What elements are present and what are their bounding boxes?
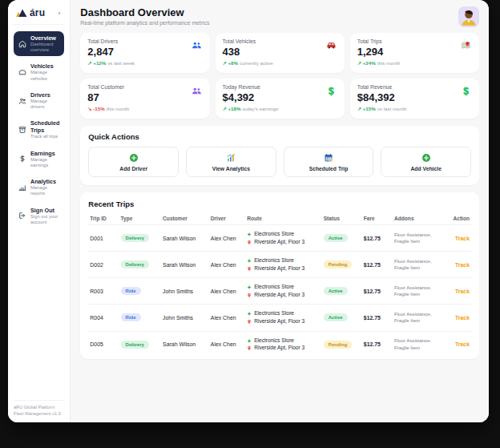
stat-label: Total Trips	[357, 38, 472, 44]
nav-label: Sign Out	[30, 207, 59, 214]
sidebar-item-scheduled-trips[interactable]: Scheduled Trips Track all trips	[14, 116, 64, 143]
nav-label: Overview	[30, 34, 59, 42]
track-link[interactable]: Track	[455, 315, 470, 321]
view-analytics-button[interactable]: View Analytics	[186, 147, 276, 177]
stat-trend: ↗ +12%	[87, 60, 106, 66]
addons-cell: Floor Assistance, Fragile Item	[393, 278, 448, 305]
trip-id-cell: D001	[88, 225, 119, 252]
stat-value: 87	[87, 91, 202, 103]
fare-cell: $12.75	[362, 225, 393, 252]
red-car-icon	[325, 40, 337, 50]
table-row: R004 Ride John Smiths Alex Chen Electron…	[88, 305, 471, 331]
nav-sublabel: Manage earnings	[30, 157, 59, 168]
type-badge: Delivery	[121, 341, 149, 349]
stat-label: Total Customer	[87, 84, 202, 90]
logo-text: áru	[30, 7, 45, 18]
logout-icon	[18, 212, 26, 220]
fare-cell: $12.75	[362, 331, 393, 357]
sidebar-footer-line2: Fleet Management v1.0	[14, 411, 64, 418]
nav-label: Vehicles	[30, 63, 59, 70]
quick-actions-panel: Quick Actions Add Driver View Analytics …	[80, 126, 479, 185]
route-from: Electronics Store	[254, 257, 294, 264]
table-row: D001 Delivery Sarah Wilson Alex Chen Ele…	[88, 225, 471, 252]
drivers-group-icon	[191, 40, 203, 50]
stat-card-total-revenue: Total Revenue $84,392 ↗ +15%vs last mont…	[350, 79, 479, 119]
col-fare: Fare	[362, 212, 393, 225]
qa-button-label: Add Driver	[119, 166, 147, 172]
add-vehicle-button[interactable]: Add Vehicle	[381, 147, 471, 177]
sidebar: áru ‹ Overview Dashboard overview Vehicl…	[8, 0, 71, 422]
route-end-pin-icon	[247, 293, 252, 298]
stat-label: Total Revenue	[357, 84, 472, 90]
nav-sublabel: Manage reports	[30, 185, 59, 196]
route-cell: Electronics Store Riverside Apt, Floor 3	[245, 331, 322, 357]
track-link[interactable]: Track	[455, 236, 470, 241]
status-badge: Pending	[324, 341, 353, 349]
stat-card-total-customer: Total Customer 87 ↘ -15%this month	[80, 79, 209, 119]
home-icon	[18, 40, 26, 48]
sidebar-item-sign-out[interactable]: Sign Out Sign out your account	[14, 204, 64, 228]
sidebar-item-analytics[interactable]: Analytics Manage reports	[14, 175, 64, 200]
customer-cell: John Smiths	[161, 278, 209, 305]
track-link[interactable]: Track	[455, 341, 470, 347]
stat-value: $84,392	[357, 91, 472, 103]
recent-trips-table: Trip ID Type Customer Driver Route Statu…	[88, 212, 471, 357]
stat-trend: ↗ +8%	[223, 60, 238, 66]
driver-cell: Alex Chen	[209, 305, 245, 331]
route-start-icon	[247, 311, 252, 317]
col-trip-id: Trip ID	[88, 212, 119, 225]
calendar-clock-icon	[324, 153, 333, 163]
stat-trend-note: vs last week	[107, 60, 135, 66]
trip-id-cell: D002	[88, 252, 119, 278]
track-link[interactable]: Track	[455, 289, 470, 294]
plus-circle-icon	[129, 153, 139, 163]
route-from: Electronics Store	[254, 310, 294, 317]
col-customer: Customer	[161, 212, 209, 225]
logo-icon	[15, 8, 27, 18]
sidebar-item-vehicles[interactable]: Vehicles Manage vehicles	[14, 59, 64, 84]
user-avatar[interactable]	[458, 6, 479, 27]
trip-id-cell: R003	[88, 278, 119, 305]
stat-label: Total Vehicles	[223, 38, 337, 44]
scheduled-trip-button[interactable]: Scheduled Trip	[284, 147, 374, 177]
stat-trend-note: vs last month	[377, 106, 406, 111]
driver-cell: Alex Chen	[209, 331, 245, 357]
route-end-pin-icon	[247, 345, 252, 351]
stat-trend-note: this month	[107, 106, 130, 111]
nav-sublabel: Dashboard overview	[30, 42, 59, 53]
bar-chart-icon	[18, 184, 26, 192]
route-to: Riverside Apt, Floor 3	[254, 345, 304, 352]
col-route: Route	[245, 212, 322, 225]
type-badge: Ride	[121, 287, 141, 295]
sidebar-item-earnings[interactable]: Earnings Manage earnings	[14, 147, 64, 172]
stat-value: 2,847	[87, 46, 202, 58]
dollar-sign-icon: $	[460, 86, 472, 96]
car-icon	[18, 68, 26, 76]
table-row: D005 Delivery Sarah Wilson Alex Chen Ele…	[88, 331, 471, 357]
customers-group-icon	[191, 86, 203, 96]
route-from: Electronics Store	[254, 284, 294, 291]
nav-sublabel: Sign out your account	[30, 214, 59, 225]
sidebar-item-drivers[interactable]: Drivers Manage drivers	[14, 88, 64, 113]
quick-actions-title: Quick Actions	[88, 132, 471, 141]
status-badge: Active	[324, 287, 348, 295]
stat-trend: ↗ +18%	[223, 106, 241, 111]
stat-trend: ↗ +15%	[357, 106, 376, 111]
col-type: Type	[119, 212, 162, 225]
add-driver-button[interactable]: Add Driver	[88, 147, 179, 177]
sidebar-collapse-button[interactable]: ‹	[56, 9, 63, 18]
qa-button-label: Add Vehicle	[410, 166, 442, 172]
fare-cell: $12.75	[362, 305, 393, 331]
nav-sublabel: Manage vehicles	[30, 70, 59, 81]
route-cell: Electronics Store Riverside Apt, Floor 3	[245, 252, 322, 278]
sidebar-footer: áRU Global Platform Fleet Management v1.…	[14, 400, 64, 418]
type-badge: Delivery	[121, 260, 149, 268]
page-subtitle: Real-time platform analytics and perform…	[80, 20, 209, 26]
sidebar-item-overview[interactable]: Overview Dashboard overview	[14, 31, 64, 56]
chart-icon	[226, 153, 236, 163]
main-content: Dashboard Overview Real-time platform an…	[71, 0, 489, 422]
route-start-icon	[247, 258, 252, 264]
col-status: Status	[322, 212, 362, 225]
recent-trips-panel: Recent Trips Trip ID Type Customer Drive…	[80, 192, 479, 359]
track-link[interactable]: Track	[455, 262, 470, 268]
